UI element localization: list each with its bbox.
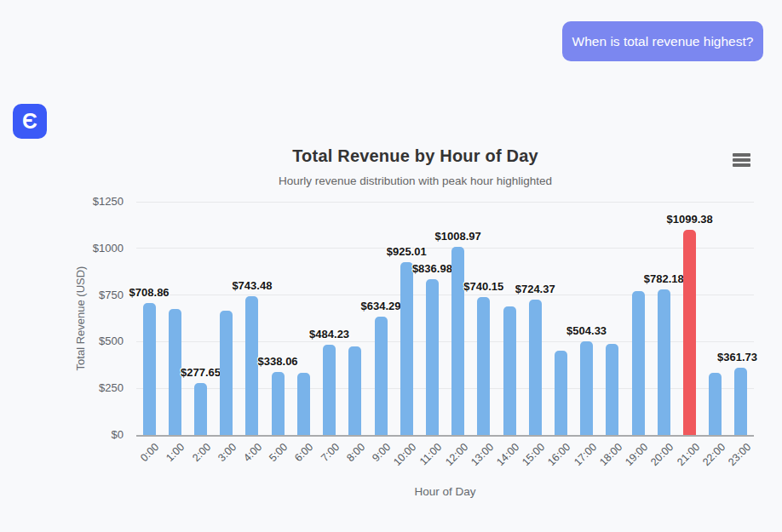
bar-7:00[interactable] — [323, 345, 336, 435]
gridline — [136, 202, 754, 203]
bar-value-label: $634.29 — [361, 300, 401, 312]
hamburger-icon — [733, 163, 750, 166]
bar-0:00[interactable] — [143, 303, 156, 435]
bar-9:00[interactable] — [375, 317, 388, 435]
bar-value-label: $782.18 — [644, 272, 684, 285]
y-tick-label: $750 — [72, 289, 124, 301]
x-tick-label: 10:00 — [391, 441, 418, 468]
x-tick-label: 18:00 — [597, 441, 624, 468]
bar-23:00[interactable] — [734, 368, 747, 435]
bar-3:00[interactable] — [220, 311, 233, 435]
x-axis-title: Hour of Day — [136, 485, 754, 498]
hamburger-icon — [733, 153, 750, 156]
y-tick-label: $1250 — [72, 195, 124, 208]
bar-10:00[interactable] — [400, 262, 413, 435]
bar-value-label: $925.01 — [387, 245, 427, 258]
bar-value-label: $1008.97 — [435, 230, 481, 243]
x-tick-label: 8:00 — [344, 441, 367, 464]
hamburger-icon — [733, 158, 750, 161]
x-tick-label: 23:00 — [726, 441, 753, 468]
x-tick-label: 14:00 — [494, 441, 521, 468]
bar-value-label: $277.65 — [181, 366, 221, 379]
user-message-text: When is total revenue highest? — [572, 34, 754, 49]
x-tick-label: 20:00 — [648, 441, 676, 468]
x-tick-label: 7:00 — [319, 441, 342, 464]
app-logo: Є — [13, 104, 47, 139]
chart-title: Total Revenue by Hour of Day — [72, 146, 758, 166]
bar-21:00[interactable] — [683, 230, 696, 435]
x-tick-label: 13:00 — [469, 441, 496, 468]
bar-16:00[interactable] — [555, 351, 567, 435]
x-tick-label: 2:00 — [190, 441, 213, 464]
y-tick-label: $0 — [72, 428, 124, 441]
x-tick-label: 4:00 — [241, 441, 264, 464]
bar-value-label: $708.86 — [129, 286, 170, 299]
bar-4:00[interactable] — [245, 296, 258, 435]
bar-value-label: $504.33 — [566, 324, 607, 337]
bar-value-label: $743.48 — [232, 279, 272, 292]
gridline — [136, 248, 754, 249]
bar-19:00[interactable] — [632, 291, 645, 435]
bar-8:00[interactable] — [348, 346, 361, 435]
x-tick-label: 21:00 — [675, 441, 702, 468]
x-tick-label: 12:00 — [443, 441, 470, 468]
bar-value-label: $484.23 — [309, 328, 349, 340]
user-message-bubble: When is total revenue highest? — [562, 21, 763, 61]
bar-15:00[interactable] — [529, 300, 542, 435]
bar-20:00[interactable] — [658, 289, 670, 436]
y-tick-label: $250 — [72, 381, 124, 394]
bar-value-label: $1099.38 — [667, 213, 713, 226]
x-tick-label: 17:00 — [572, 441, 599, 468]
bar-18:00[interactable] — [606, 344, 618, 435]
x-tick-label: 1:00 — [164, 441, 187, 464]
bar-17:00[interactable] — [580, 341, 593, 436]
bar-22:00[interactable] — [709, 373, 722, 435]
x-tick-label: 15:00 — [520, 441, 547, 468]
x-axis-line — [136, 435, 754, 437]
x-tick-label: 0:00 — [138, 441, 161, 464]
bar-value-label: $836.98 — [412, 262, 452, 275]
x-tick-label: 19:00 — [623, 441, 650, 468]
chart-subtitle: Hourly revenue distribution with peak ho… — [72, 174, 758, 187]
x-tick-label: 11:00 — [417, 441, 444, 467]
bar-1:00[interactable] — [169, 309, 181, 435]
bar-6:00[interactable] — [297, 373, 310, 435]
x-tick-label: 16:00 — [546, 441, 573, 468]
x-tick-label: 9:00 — [370, 441, 393, 464]
x-tick-label: 3:00 — [216, 441, 239, 464]
bar-12:00[interactable] — [451, 247, 464, 435]
bar-2:00[interactable] — [194, 383, 207, 435]
bar-value-label: $338.06 — [258, 355, 298, 368]
bar-value-label: $740.15 — [463, 280, 503, 293]
y-axis-title: Total Revenue (USD) — [74, 233, 88, 403]
page: { "page": { "background": "#f8f9fb" }, "… — [0, 0, 782, 532]
x-tick-label: 6:00 — [293, 441, 316, 464]
bar-value-label: $724.37 — [515, 283, 555, 295]
bar-5:00[interactable] — [272, 372, 285, 435]
bar-13:00[interactable] — [477, 297, 490, 435]
chart-menu-button[interactable] — [731, 151, 753, 169]
y-tick-label: $1000 — [72, 242, 124, 255]
bar-value-label: $361.73 — [717, 351, 757, 363]
x-tick-label: 22:00 — [700, 441, 727, 468]
bar-11:00[interactable] — [426, 279, 439, 436]
y-tick-label: $500 — [72, 335, 124, 347]
revenue-chart: Total Revenue by Hour of Day Hourly reve… — [72, 143, 758, 522]
bar-14:00[interactable] — [503, 306, 516, 435]
x-tick-label: 5:00 — [267, 441, 290, 464]
epsilon-logo-icon: Є — [22, 109, 37, 134]
